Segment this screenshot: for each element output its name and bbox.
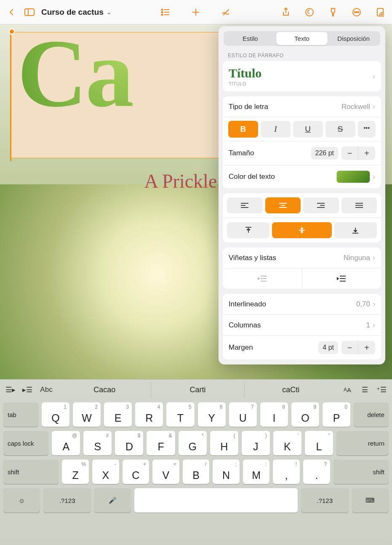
draw-icon[interactable] <box>220 6 232 18</box>
size-decrease-button[interactable]: − <box>341 146 358 160</box>
font-label: Tipo de letra <box>229 103 268 111</box>
margin-increase-button[interactable]: + <box>358 341 375 354</box>
horizontal-align-row <box>223 193 381 218</box>
key-l[interactable]: L" <box>305 431 333 455</box>
key-k[interactable]: K' <box>273 431 301 455</box>
strikethrough-button[interactable]: S <box>325 121 355 138</box>
text-color-row[interactable]: Color del texto › <box>223 165 381 188</box>
key-n[interactable]: N; <box>213 460 240 484</box>
key-r[interactable]: R4 <box>135 402 163 427</box>
kbd-insert-icon[interactable]: ⁺☰ <box>374 382 389 397</box>
key-d[interactable]: D$ <box>115 431 143 455</box>
key-shift-right[interactable]: shift <box>333 460 389 484</box>
key-dictate[interactable]: 🎤 <box>94 488 131 513</box>
kbd-paragraph-icon[interactable]: ☰▸ <box>3 382 18 397</box>
selection-handle[interactable] <box>9 29 15 35</box>
key-dismiss-keyboard[interactable]: ⌨ <box>352 488 389 513</box>
key-y[interactable]: Y6 <box>198 402 226 427</box>
key-q[interactable]: Q1 <box>42 402 69 427</box>
columns-row[interactable]: Columnas 1 › <box>223 315 381 336</box>
key-h[interactable]: H( <box>210 431 238 455</box>
italic-button[interactable]: I <box>261 121 291 138</box>
indent-row <box>223 269 381 289</box>
bullets-row[interactable]: Viñetas y listas Ninguna › <box>223 247 381 269</box>
key-t[interactable]: T5 <box>166 402 194 427</box>
key-e[interactable]: E3 <box>104 402 132 427</box>
key-z[interactable]: Z% <box>62 460 89 484</box>
linespacing-row[interactable]: Interlineado 0,70 › <box>223 294 381 315</box>
collab-icon[interactable] <box>304 6 315 18</box>
valign-middle-button[interactable] <box>272 222 332 238</box>
kbd-textsize-icon[interactable]: AA <box>340 382 355 397</box>
key-f[interactable]: F& <box>147 431 175 455</box>
key-.[interactable]: .? <box>303 460 330 484</box>
key-hint: 2 <box>95 404 98 410</box>
svg-point-4 <box>161 11 163 13</box>
suggestion-2[interactable]: Carti <box>151 382 244 398</box>
tab-text[interactable]: Texto <box>276 32 328 45</box>
more-icon[interactable] <box>351 6 363 18</box>
key-return[interactable]: return <box>336 431 389 455</box>
key-hint: ? <box>324 461 327 467</box>
key-capslock[interactable]: caps lock <box>3 431 48 455</box>
align-center-button[interactable] <box>265 197 301 213</box>
key-x[interactable]: X- <box>92 460 119 484</box>
sidebar-icon[interactable] <box>24 6 35 18</box>
add-icon[interactable] <box>190 6 202 18</box>
key-i[interactable]: I8 <box>260 402 288 427</box>
suggestion-3[interactable]: caCti <box>245 382 337 398</box>
kbd-abc-button[interactable]: Abc <box>37 382 56 397</box>
align-left-button[interactable] <box>227 197 263 213</box>
doc-options-icon[interactable] <box>374 6 386 18</box>
valign-top-button[interactable] <box>227 222 269 238</box>
key-v[interactable]: V= <box>152 460 179 484</box>
indent-button[interactable] <box>302 269 381 289</box>
key-shift-left[interactable]: shift <box>3 460 59 484</box>
text-color-swatch[interactable] <box>336 170 370 183</box>
key-c[interactable]: C+ <box>123 460 149 484</box>
list-icon[interactable] <box>160 6 171 18</box>
paragraph-style-row[interactable]: Título TÍTULO › <box>223 61 381 91</box>
underline-button[interactable]: U <box>293 121 323 138</box>
key-space[interactable] <box>134 488 298 513</box>
key-emoji[interactable]: ☺ <box>3 488 40 513</box>
margin-value[interactable]: 4 pt <box>318 341 338 354</box>
key-u[interactable]: U7 <box>229 402 257 427</box>
key-b[interactable]: B/ <box>183 460 210 484</box>
tab-layout[interactable]: Disposición <box>328 32 379 45</box>
margin-decrease-button[interactable]: − <box>341 341 358 354</box>
key-delete[interactable]: delete <box>354 402 389 427</box>
key-a[interactable]: A@ <box>52 431 80 455</box>
key-g[interactable]: G* <box>179 431 207 455</box>
doc-title-dropdown[interactable]: Curso de cactus ⌄ <box>41 8 112 17</box>
key-,[interactable]: ,! <box>273 460 300 484</box>
key-hint: ' <box>298 433 299 439</box>
key-o[interactable]: O9 <box>291 402 319 427</box>
key-numsym-left[interactable]: .?123 <box>43 488 91 513</box>
kbd-indent-icon[interactable]: ▸☰ <box>20 382 35 397</box>
more-text-options-button[interactable]: ••• <box>358 121 376 138</box>
key-hint: = <box>173 461 176 467</box>
kbd-align-icon[interactable]: ☰ <box>357 382 372 397</box>
columns-value: 1 <box>366 321 370 330</box>
key-w[interactable]: W2 <box>73 402 101 427</box>
bold-button[interactable]: B <box>228 121 258 138</box>
format-brush-icon[interactable] <box>327 6 339 18</box>
tab-style[interactable]: Estilo <box>224 32 276 45</box>
key-s[interactable]: S# <box>83 431 112 455</box>
share-icon[interactable] <box>280 6 292 18</box>
key-tab[interactable]: tab <box>3 402 38 427</box>
key-j[interactable]: J) <box>242 431 270 455</box>
size-value[interactable]: 226 pt <box>311 147 338 160</box>
key-numsym-right[interactable]: .?123 <box>301 488 349 513</box>
size-increase-button[interactable]: + <box>358 146 375 160</box>
key-p[interactable]: P0 <box>323 402 350 427</box>
suggestion-1[interactable]: Cacao <box>58 382 151 398</box>
align-justify-button[interactable] <box>341 197 377 213</box>
outdent-button[interactable] <box>223 269 302 289</box>
align-right-button[interactable] <box>303 197 339 213</box>
font-row[interactable]: Tipo de letra Rockwell › <box>223 96 381 117</box>
key-m[interactable]: M: <box>243 460 270 484</box>
back-icon[interactable] <box>6 6 18 18</box>
valign-bottom-button[interactable] <box>334 222 377 238</box>
